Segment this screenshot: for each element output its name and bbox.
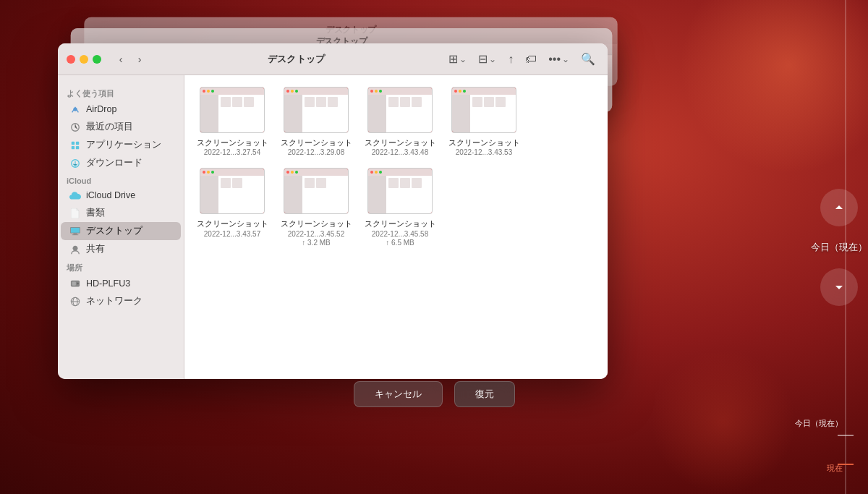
sidebar-item-applications[interactable]: アプリケーション: [61, 136, 181, 154]
file-item-2[interactable]: スクリーンショット 2022-12...3.29.08: [280, 87, 352, 156]
file-subtitle-7: 2022-12...3.45.58: [372, 230, 428, 238]
toolbar-right: ⊞ ⌄ ⊟ ⌄ ↑ 🏷 ••• ⌄ 🔍: [445, 50, 599, 68]
file-thumbnail-7: [367, 168, 433, 214]
view-grid-button[interactable]: ⊞ ⌄: [445, 50, 470, 68]
documents-label: 書類: [86, 207, 105, 219]
svg-rect-4: [72, 145, 75, 148]
bottom-bar: キャンセル 復元: [0, 381, 868, 407]
sidebar-item-hd[interactable]: HD-PLFU3: [61, 275, 181, 292]
traffic-lights: [67, 55, 101, 64]
svg-rect-10: [72, 234, 79, 235]
sidebar-item-desktop[interactable]: デスクトップ: [61, 222, 181, 240]
file-thumbnail-4: [451, 87, 516, 133]
file-name-7: スクリーンショット: [365, 218, 436, 229]
more-button[interactable]: ••• ⌄: [545, 51, 573, 68]
maximize-button[interactable]: [93, 55, 101, 64]
shared-label: 共有: [86, 243, 105, 255]
tm-down-button[interactable]: [820, 268, 858, 306]
tm-today-text: 今日（現在）: [795, 418, 843, 429]
ellipsis-icon: •••: [548, 53, 561, 66]
tag-button[interactable]: 🏷: [522, 51, 540, 68]
svg-rect-5: [76, 145, 79, 148]
documents-icon: [69, 208, 81, 219]
file-subtitle-3: 2022-12...3.43.48: [372, 148, 428, 156]
sidebar-item-icloud-drive[interactable]: iCloud Drive: [61, 187, 181, 204]
file-thumbnail-3: [367, 87, 433, 133]
sidebar-item-downloads[interactable]: ダウンロード: [61, 154, 181, 172]
file-thumbnail-5: [200, 168, 265, 214]
file-name-6: スクリーンショット: [281, 218, 352, 229]
search-icon: 🔍: [581, 52, 595, 66]
file-thumbnail-1: [200, 87, 265, 133]
svg-rect-8: [71, 227, 80, 232]
file-item-4[interactable]: スクリーンショット 2022-12...3.43.53: [448, 87, 520, 156]
icloud-drive-icon: [69, 189, 81, 201]
cancel-button[interactable]: キャンセル: [354, 381, 443, 407]
finder-body: よく使う項目 AirDrop: [58, 75, 608, 379]
file-thumbnail-6: [284, 168, 349, 214]
svg-point-13: [77, 283, 79, 285]
file-thumbnail-2: [284, 87, 349, 133]
shared-icon: [69, 244, 81, 255]
file-name-3: スクリーンショット: [365, 137, 436, 148]
network-label: ネットワーク: [86, 295, 142, 307]
chevron-down3-icon: ⌄: [562, 54, 569, 64]
tm-present-text: 現在: [827, 463, 843, 474]
applications-icon: [69, 140, 81, 151]
finder-window: ‹ › デスクトップ ⊞ ⌄ ⊟ ⌄ ↑ 🏷: [58, 43, 608, 379]
minimize-button[interactable]: [80, 55, 88, 64]
tm-today-label: 今日（現在）: [811, 241, 867, 254]
applications-label: アプリケーション: [86, 139, 161, 151]
nav-back-button[interactable]: ‹: [113, 51, 129, 67]
file-name-1: スクリーンショット: [197, 137, 268, 148]
file-item-1[interactable]: スクリーンショット 2022-12...3.27.54: [196, 87, 268, 156]
tag-icon: 🏷: [525, 53, 537, 66]
sidebar-section-places: 場所: [58, 258, 184, 275]
file-item-6[interactable]: スクリーンショット 2022-12...3.45.52 ↑ 3.2 MB: [280, 168, 352, 246]
recents-icon: [69, 122, 81, 133]
restore-button[interactable]: 復元: [454, 381, 515, 407]
chevron-down2-icon: ⌄: [489, 54, 496, 64]
window-title: デスクトップ: [153, 53, 439, 66]
nav-buttons: ‹ ›: [113, 51, 148, 67]
finder-sidebar: よく使う項目 AirDrop: [58, 75, 184, 379]
network-icon: [69, 296, 81, 307]
sidebar-item-recents[interactable]: 最近の項目: [61, 118, 181, 136]
view-columns-button[interactable]: ⊟ ⌄: [475, 50, 500, 68]
icloud-drive-label: iCloud Drive: [86, 190, 135, 200]
hd-icon: [69, 278, 81, 289]
svg-rect-3: [76, 141, 79, 144]
sidebar-item-network[interactable]: ネットワーク: [61, 292, 181, 310]
bg-decoration2: [651, 349, 796, 494]
grid-icon: ⊞: [448, 52, 458, 66]
nav-forward-button[interactable]: ›: [132, 51, 148, 67]
file-item-7[interactable]: スクリーンショット 2022-12...3.45.58 ↑ 6.5 MB: [364, 168, 436, 246]
tm-timeline: [845, 0, 846, 494]
search-button[interactable]: 🔍: [577, 50, 599, 68]
chevron-down-icon: ⌄: [459, 54, 467, 64]
sidebar-item-documents[interactable]: 書類: [61, 204, 181, 222]
sidebar-section-icloud: iCloud: [58, 172, 184, 187]
tm-up-button[interactable]: [820, 189, 858, 226]
file-name-4: スクリーンショット: [448, 137, 520, 148]
finder-titlebar: ‹ › デスクトップ ⊞ ⌄ ⊟ ⌄ ↑ 🏷: [58, 43, 608, 75]
share-button[interactable]: ↑: [504, 51, 517, 68]
file-item-3[interactable]: スクリーンショット 2022-12...3.43.48: [364, 87, 436, 156]
desktop-label: デスクトップ: [86, 225, 142, 237]
columns-icon: ⊟: [478, 52, 488, 66]
sidebar-item-airdrop[interactable]: AirDrop: [61, 101, 181, 118]
recents-label: 最近の項目: [86, 121, 133, 133]
sidebar-item-shared[interactable]: 共有: [61, 240, 181, 258]
file-size-7: ↑ 6.5 MB: [386, 239, 414, 247]
file-subtitle-6: 2022-12...3.45.52: [288, 230, 344, 238]
desktop-icon: [69, 226, 81, 237]
file-subtitle-4: 2022-12...3.43.53: [456, 148, 512, 156]
svg-rect-2: [72, 141, 75, 144]
svg-rect-9: [73, 233, 77, 234]
tm-today-marker: [838, 435, 854, 436]
file-subtitle-1: 2022-12...3.27.54: [204, 148, 260, 156]
file-name-5: スクリーンショット: [197, 218, 268, 229]
close-button[interactable]: [67, 55, 75, 64]
file-item-5[interactable]: スクリーンショット 2022-12...3.43.57: [196, 168, 268, 246]
hd-label: HD-PLFU3: [86, 278, 130, 289]
